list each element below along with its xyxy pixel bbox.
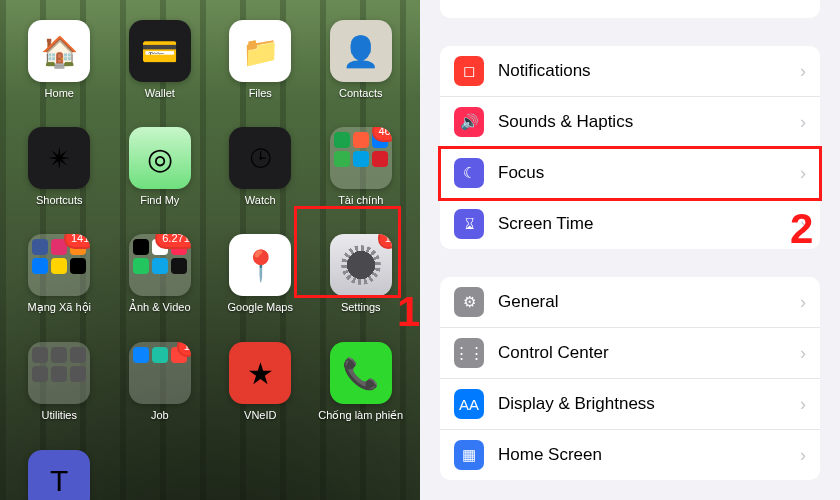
- app-job[interactable]: 1Job: [115, 342, 206, 422]
- ic-chong: 📞: [330, 342, 392, 404]
- si-general-icon: ⚙︎: [454, 287, 484, 317]
- app-label: Chống làm phiền: [318, 409, 403, 422]
- app-grid: 🏠Home💳Wallet📁Files👤Contacts✴︎Shortcuts◎F…: [14, 20, 406, 500]
- settings-row-home-screen[interactable]: ▦Home Screen›: [440, 430, 820, 480]
- folder-mini: [133, 258, 149, 274]
- settings-row-title: Sounds & Haptics: [498, 112, 800, 132]
- ic-vneid: ★: [229, 342, 291, 404]
- folder-mini: [32, 239, 48, 255]
- settings-row-title: Screen Time: [498, 214, 800, 234]
- app-m-ng-x-h-i[interactable]: 141Mạng Xã hội: [14, 234, 105, 314]
- settings-row-title: Focus: [498, 163, 800, 183]
- ic-files: 📁: [229, 20, 291, 82]
- folder-mini: [51, 258, 67, 274]
- app-label: Wallet: [145, 87, 175, 99]
- folder-mini: [70, 347, 86, 363]
- si-screentime-icon: ⌛︎: [454, 209, 484, 239]
- ic-settings: 1: [330, 234, 392, 296]
- chevron-right-icon: ›: [800, 394, 806, 415]
- settings-row-title: Display & Brightness: [498, 394, 800, 414]
- cutoff-row: [440, 0, 820, 18]
- glyph-icon: 📞: [342, 356, 379, 391]
- folder-mini: [353, 151, 369, 167]
- folder-mini: [152, 258, 168, 274]
- app-shortcuts[interactable]: ✴︎Shortcuts: [14, 127, 105, 206]
- settings-group: ◻︎Notifications›🔊Sounds & Haptics›☾Focus…: [440, 46, 820, 249]
- ic-watch: ⌚︎: [229, 127, 291, 189]
- si-sound-icon: 🔊: [454, 107, 484, 137]
- notification-badge: 6.271: [155, 234, 191, 249]
- settings-row-control-center[interactable]: ⋮⋮Control Center›: [440, 328, 820, 379]
- chevron-right-icon: ›: [800, 343, 806, 364]
- gear-icon: [341, 245, 381, 285]
- folder-icon: 46: [330, 127, 392, 189]
- settings-row-screen-time[interactable]: ⌛︎Screen Time›: [440, 199, 820, 249]
- app-home[interactable]: 🏠Home: [14, 20, 105, 99]
- folder-mini: [171, 258, 187, 274]
- ic-shortcuts: ✴︎: [28, 127, 90, 189]
- notification-badge: 141: [64, 234, 90, 249]
- settings-row-sounds-haptics[interactable]: 🔊Sounds & Haptics›: [440, 97, 820, 148]
- si-display-icon: AA: [454, 389, 484, 419]
- chevron-right-icon: ›: [800, 292, 806, 313]
- app-find-my[interactable]: ◎Find My: [115, 127, 206, 206]
- chevron-right-icon: ›: [800, 445, 806, 466]
- folder-mini: [353, 132, 369, 148]
- app-label: Contacts: [339, 87, 382, 99]
- folder-mini: [133, 347, 149, 363]
- app-files[interactable]: 📁Files: [215, 20, 306, 99]
- folder-mini: [70, 258, 86, 274]
- folder-icon: 141: [28, 234, 90, 296]
- si-homescreen-icon: ▦: [454, 440, 484, 470]
- folder-icon: 6.271: [129, 234, 191, 296]
- settings-row-title: Control Center: [498, 343, 800, 363]
- chevron-right-icon: ›: [800, 214, 806, 235]
- chevron-right-icon: ›: [800, 61, 806, 82]
- folder-mini: [152, 347, 168, 363]
- app-label: Tài chính: [338, 194, 383, 206]
- app-label: Ảnh & Video: [129, 301, 191, 314]
- glyph-icon: ⌚︎: [249, 141, 272, 176]
- glyph-icon: 📁: [242, 34, 279, 69]
- app-ch-ng-l-m-phi-n[interactable]: 📞Chống làm phiền: [316, 342, 407, 422]
- folder-icon: [28, 342, 90, 404]
- app-utilities[interactable]: Utilities: [14, 342, 105, 422]
- ios-settings-screen: ◻︎Notifications›🔊Sounds & Haptics›☾Focus…: [420, 0, 840, 500]
- ios-home-screen: 🏠Home💳Wallet📁Files👤Contacts✴︎Shortcuts◎F…: [0, 0, 420, 500]
- glyph-icon: 🏠: [41, 34, 78, 69]
- settings-row-focus[interactable]: ☾Focus›: [440, 148, 820, 199]
- app-label: Home: [45, 87, 74, 99]
- glyph-icon: ★: [247, 356, 274, 391]
- settings-row-notifications[interactable]: ◻︎Notifications›: [440, 46, 820, 97]
- app-teams[interactable]: TTeams: [14, 450, 105, 500]
- glyph-icon: ◎: [147, 141, 173, 176]
- settings-row-display-brightness[interactable]: AADisplay & Brightness›: [440, 379, 820, 430]
- ic-findmy: ◎: [129, 127, 191, 189]
- ic-home: 🏠: [28, 20, 90, 82]
- app-label: VNeID: [244, 409, 276, 421]
- settings-row-general[interactable]: ⚙︎General›: [440, 277, 820, 328]
- folder-mini: [372, 151, 388, 167]
- si-notif-icon: ◻︎: [454, 56, 484, 86]
- notification-badge: 1: [378, 234, 392, 249]
- si-control-icon: ⋮⋮: [454, 338, 484, 368]
- si-focus-icon: ☾: [454, 158, 484, 188]
- app-wallet[interactable]: 💳Wallet: [115, 20, 206, 99]
- app-label: Utilities: [42, 409, 77, 421]
- app-label: Job: [151, 409, 169, 421]
- app-label: Mạng Xã hội: [27, 301, 91, 314]
- app-t-i-ch-nh[interactable]: 46Tài chính: [316, 127, 407, 206]
- app-watch[interactable]: ⌚︎Watch: [215, 127, 306, 206]
- glyph-icon: 📍: [242, 248, 279, 283]
- folder-mini: [334, 132, 350, 148]
- folder-mini: [51, 366, 67, 382]
- app-label: Google Maps: [228, 301, 293, 313]
- app--nh-video[interactable]: 6.271Ảnh & Video: [115, 234, 206, 314]
- ic-contacts: 👤: [330, 20, 392, 82]
- glyph-icon: 💳: [141, 34, 178, 69]
- app-settings[interactable]: 1Settings: [316, 234, 407, 314]
- app-vneid[interactable]: ★VNeID: [215, 342, 306, 422]
- app-contacts[interactable]: 👤Contacts: [316, 20, 407, 99]
- app-google-maps[interactable]: 📍Google Maps: [215, 234, 306, 314]
- app-label: Shortcuts: [36, 194, 82, 206]
